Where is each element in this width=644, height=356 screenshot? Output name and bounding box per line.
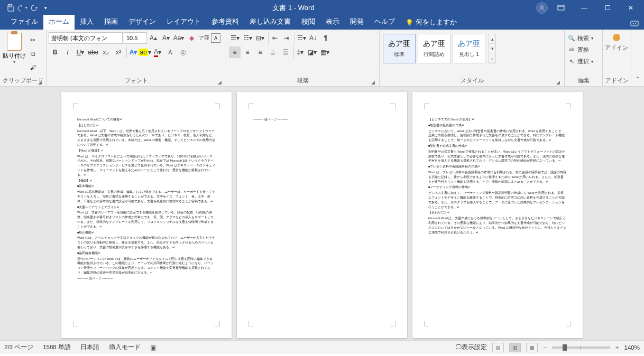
macro-record-icon[interactable]: ▣ [150,344,156,351]
tab-home[interactable]: ホーム [43,15,75,30]
style-normal[interactable]: あア亜 標準 [383,34,416,63]
char-shading-icon[interactable]: A [164,46,176,58]
grow-font-icon[interactable]: A▴ [148,32,159,44]
align-left-icon[interactable]: ≡ [229,46,241,58]
zoom-slider[interactable] [552,346,610,349]
asian-layout-icon[interactable]: ☵▾ [295,32,306,44]
share-icon[interactable] [625,18,644,30]
paste-label: 貼り付け [3,52,26,60]
tab-developer[interactable]: 開発 [345,15,369,30]
minimize-button[interactable]: — [574,0,594,16]
tab-layout[interactable]: レイアウト [161,15,206,30]
multilevel-icon[interactable]: ⊟▾ [254,32,266,44]
close-button[interactable]: ✕ [621,0,641,16]
tab-design[interactable]: デザイン [123,15,161,30]
collapse-ribbon-icon[interactable]: ⌃ [631,30,644,86]
bullets-icon[interactable]: ☰▾ [229,32,241,44]
clipboard-icon [7,33,22,51]
cut-icon[interactable]: ✂ [27,34,39,46]
style-gallery-scroll[interactable]: ▴ ▾ ⌄ [489,34,496,63]
line-spacing-icon[interactable]: ‡▾ [293,46,305,58]
page-2-content: ----------- 改ページ ----------- [253,117,391,122]
page-1[interactable]: Microsoft Word についての概要↵【はじめに】↵Microsoft … [61,92,232,338]
tab-insert[interactable]: 挿入 [75,15,99,30]
shrink-font-icon[interactable]: A▾ [160,32,172,44]
maximize-button[interactable]: ☐ [597,0,618,16]
undo-icon[interactable]: ▾ [17,3,27,13]
copy-icon[interactable]: ⧉ [27,48,39,60]
subscript-icon[interactable]: x₂ [100,46,112,58]
highlight-icon[interactable]: ab▾ [139,46,151,58]
tab-mailings[interactable]: 差し込み文書 [244,15,296,30]
paste-button[interactable]: 貼り付け ▾ [2,31,26,65]
gallery-down-icon[interactable]: ▾ [489,44,495,53]
align-justify-icon[interactable]: ≣ [267,46,279,58]
tab-review[interactable]: 校閲 [296,15,320,30]
tab-references[interactable]: 参考資料 [206,15,244,30]
align-center-icon[interactable]: ≡ [242,46,253,58]
numbering-icon[interactable]: ☷▾ [242,32,253,44]
gallery-more-icon[interactable]: ⌄ [489,53,495,63]
font-name-combo[interactable] [49,32,123,44]
status-words[interactable]: 1588 単語 [43,343,71,351]
font-size-combo[interactable] [124,32,147,44]
clipboard-group-label: クリップボード [3,77,43,83]
paragraph-dialog-launcher[interactable]: ◢ [371,80,375,85]
clear-format-icon[interactable]: ◆ [186,32,197,44]
tab-draw[interactable]: 描画 [99,15,123,30]
char-border-icon[interactable]: A [211,33,220,43]
change-case-icon[interactable]: Aa▾ [173,32,185,44]
distribute-icon[interactable]: ☰ [280,46,291,58]
account-avatar[interactable] [536,2,548,14]
shading-icon[interactable]: ◪▾ [306,46,318,58]
tell-me[interactable]: 💡 何をしますか [400,15,462,30]
strike-icon[interactable]: abc [87,46,99,58]
tab-file[interactable]: ファイル [5,15,43,30]
select-icon: ↖ [568,58,575,65]
page-3[interactable]: 【ビジネスでの Word の使用】↵■報告書や提案書の作成↵ビジネスにおいて、W… [412,92,583,338]
enclose-char-icon[interactable]: ㊛ [177,46,189,58]
zoom-out-button[interactable]: − [543,344,547,351]
styles-dialog-launcher[interactable]: ◢ [556,80,560,85]
bold-icon[interactable]: B [49,46,61,58]
save-icon[interactable] [5,3,16,13]
indent-dec-icon[interactable]: ⇤ [268,32,280,44]
find-button[interactable]: 🔍検索▾ [567,33,594,43]
underline-icon[interactable]: U▾ [75,46,86,58]
status-language[interactable]: 日本語 [80,343,99,351]
document-area[interactable]: Microsoft Word についての概要↵【はじめに】↵Microsoft … [0,87,644,340]
zoom-in-button[interactable]: + [615,344,619,351]
italic-icon[interactable]: I [62,46,73,58]
redo-icon[interactable] [29,3,39,13]
text-effects-icon[interactable]: A▾ [126,46,138,58]
zoom-level[interactable]: 140% [624,344,640,351]
display-settings[interactable]: 🖵表示設定 [455,343,487,351]
superscript-icon[interactable]: x² [113,46,124,58]
align-right-icon[interactable]: ≡ [254,46,266,58]
sort-icon[interactable]: A↓ [307,32,319,44]
addin-button[interactable]: アドイン [605,31,628,51]
phonetic-guide-icon[interactable]: ア亜 [198,32,210,44]
show-marks-icon[interactable]: ¶ [320,32,332,44]
ribbon-display-options-icon[interactable] [551,0,571,16]
view-read-icon[interactable]: ▤ [492,343,504,352]
style-heading1[interactable]: あア亜 見出し 1 [453,34,485,63]
select-button[interactable]: ↖選択▾ [567,56,594,67]
view-web-icon[interactable]: ▦ [526,343,538,352]
borders-icon[interactable]: ▦▾ [319,46,330,58]
status-page[interactable]: 2/3 ページ [4,343,33,351]
status-insert-mode[interactable]: 挿入モード [109,343,141,351]
tab-view[interactable]: 表示 [320,15,345,30]
gallery-up-icon[interactable]: ▴ [489,34,495,44]
indent-inc-icon[interactable]: ⇥ [281,32,292,44]
font-dialog-launcher[interactable]: ◢ [218,80,222,85]
style-nospacing[interactable]: あア亜 行間詰め [418,34,450,63]
page-2[interactable]: ----------- 改ページ ----------- [237,92,407,338]
replace-button[interactable]: ab置換 [567,44,590,55]
format-painter-icon[interactable]: 🖌 [27,62,39,73]
qat-customize-icon[interactable]: ▾ [40,3,51,13]
view-print-icon[interactable]: ▥ [509,343,521,352]
clipboard-dialog-launcher[interactable]: ◢ [38,80,42,85]
font-color-icon[interactable]: A▾ [152,46,163,58]
tab-help[interactable]: ヘルプ [369,15,400,30]
